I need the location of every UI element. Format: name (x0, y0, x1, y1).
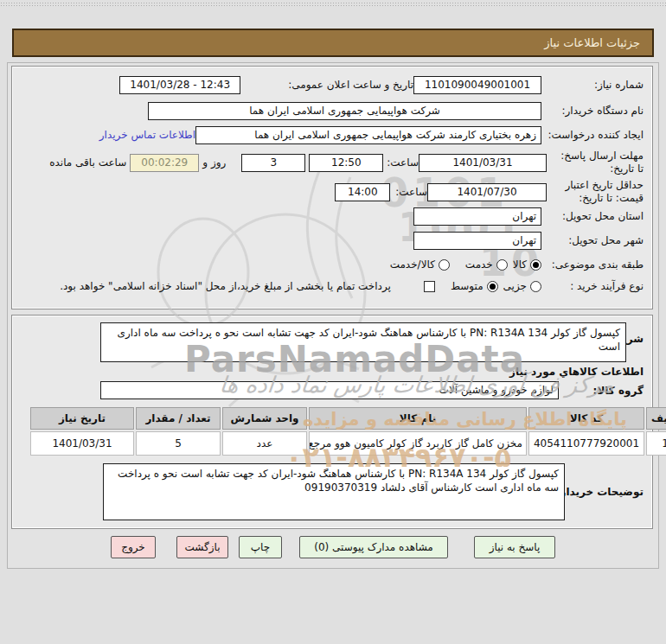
exit-button[interactable]: خروج (111, 536, 156, 558)
titlebar: جزئیات اطلاعات نیاز (12, 29, 654, 57)
col-quantity: تعداد / مقدار (136, 407, 221, 430)
need-number-row: شماره نیاز: 1101090049001001 تاریخ و ساع… (12, 75, 652, 94)
province-row: استان محل تحویل: تهران (12, 207, 652, 226)
col-row-index: ردیف (646, 407, 666, 430)
creator-label: ایجاد کننده درخواست: (541, 129, 644, 142)
cell-need-date: 1401/03/31 (30, 431, 134, 456)
subject-option-goods-service: کالا/خدمت (390, 258, 450, 271)
goods-info-heading: اطلاعات کالاهاي مورد نیاز (509, 366, 644, 378)
city-row: شهر محل تحویل: تهران (12, 231, 652, 250)
process-type-row: نوع فرآیند خرید : جزیی متوسط پرداخت تمام… (12, 277, 652, 296)
radio-goods-service[interactable] (439, 259, 450, 271)
deadline-time-field[interactable]: 12:50 (309, 154, 383, 172)
goods-table: ردیف کد کالا نام کالا واحد شمارش تعداد /… (29, 405, 666, 457)
print-button[interactable]: چاپ (239, 536, 282, 558)
remaining-countdown: 00:02:29 (130, 154, 199, 172)
subject-option-service: خدمت (465, 258, 508, 271)
treasury-checkbox[interactable] (424, 281, 435, 292)
announce-datetime-label: تاریخ و ساعت اعلان عمومی: (288, 79, 413, 91)
radio-service[interactable] (496, 259, 508, 271)
subject-class-label: طبقه بندی موضوعی: (541, 258, 644, 271)
buyer-contact-link[interactable]: اطلاعات تماس خریدار (99, 129, 195, 141)
deadline-date-field[interactable]: 1401/03/31 (419, 154, 547, 172)
top-dotted-strip (0, 2, 666, 7)
need-details-panel: شرح کلي نیاز: کپسول گاز کولر PN: R134A 1… (11, 315, 653, 529)
buyer-notes-label: توضیحات خریدار: (556, 486, 644, 498)
table-row: 1 4054110777920001 مخزن کامل گاز کاربرد … (30, 431, 666, 456)
treasury-note: پرداخت تمام یا بخشی از مبلغ خرید،از محل … (60, 280, 391, 292)
remaining-label: ساعت باقی مانده (49, 156, 126, 169)
page-title: جزئیات اطلاعات نیاز (544, 36, 640, 49)
action-buttons-row: پاسخ به نیاز مشاهده مدارک پیوستی (0) چاپ… (12, 534, 654, 560)
request-info-panel: شماره نیاز: 1101090049001001 تاریخ و ساع… (11, 66, 653, 309)
col-goods-code: کد کالا (528, 407, 644, 430)
back-button[interactable]: بازگشت (176, 536, 228, 558)
page: جزئیات اطلاعات نیاز 0101 1001 10 شماره ن… (0, 0, 666, 644)
subject-option-goods: کالا (513, 258, 541, 271)
cell-quantity: 5 (136, 431, 221, 456)
radio-medium[interactable] (487, 281, 498, 292)
city-label: شهر محل تحویل: (541, 234, 644, 247)
cell-goods-name: مخزن کامل گاز کاربرد گاز کولر کامیون هوو… (309, 431, 527, 456)
announce-datetime-field[interactable]: 1401/03/28 - 12:43 (119, 76, 240, 94)
radio-medium-label: متوسط (451, 280, 483, 292)
radio-service-label: خدمت (465, 258, 493, 271)
buyer-org-label: نام دستگاه خریدار: (541, 105, 644, 118)
creator-field[interactable]: زهره بختیاری کارمند شرکت هواپیمایی جمهور… (195, 126, 541, 144)
subject-class-row: طبقه بندی موضوعی: کالا خدمت کالا/خدمت (12, 255, 652, 274)
cell-unit: عدد (222, 431, 307, 456)
cell-row-index: 1 (646, 431, 666, 456)
validity-hour-label: ساعت: (395, 186, 427, 198)
buyer-notes-field[interactable]: کپسول گاز کولر PN: R134A 134 با کارشناس … (103, 463, 565, 520)
deadline-days-field[interactable]: 3 (241, 154, 305, 172)
col-need-date: تاریخ نیاز (30, 407, 134, 430)
radio-goods[interactable] (530, 259, 541, 271)
radio-goods-label: کالا (513, 258, 527, 271)
goods-group-label: گروه کالا: (593, 385, 644, 397)
process-type-label: نوع فرآیند خرید : (541, 280, 644, 293)
radio-minor-label: جزیی (503, 280, 527, 292)
creator-row: ایجاد کننده درخواست: زهره بختیاری کارمند… (12, 125, 652, 144)
city-field[interactable]: تهران (413, 232, 541, 250)
reply-deadline-label: مهلت ارسال پاسخ: تا تاریخ: (547, 150, 644, 175)
validity-date-field[interactable]: 1401/07/30 (427, 183, 547, 201)
deadline-hour-label: ساعت: (387, 156, 419, 169)
goods-table-header-row: ردیف کد کالا نام کالا واحد شمارش تعداد /… (30, 407, 666, 430)
col-unit: واحد شمارش (222, 407, 307, 430)
process-option-medium: متوسط (451, 280, 498, 292)
price-validity-label: حداقل تاریخ اعتبار قیمت: تا تاریخ: (547, 179, 644, 205)
province-field[interactable]: تهران (413, 207, 541, 226)
radio-goods-service-label: کالا/خدمت (390, 258, 435, 271)
general-desc-field[interactable]: کپسول گاز کولر PN: R134A 134 با کارشناس … (100, 322, 626, 362)
cell-goods-code: 4054110777920001 (528, 431, 644, 456)
process-option-minor: جزیی (503, 280, 541, 292)
province-label: استان محل تحویل: (541, 210, 644, 223)
days-and-label: روز و (202, 156, 226, 169)
buyer-org-row: نام دستگاه خریدار: شرکت هواپیمایی جمهوری… (12, 101, 652, 120)
need-number-label: شماره نیاز: (541, 79, 644, 92)
radio-minor[interactable] (530, 281, 541, 292)
goods-group-field[interactable]: لوازم خودرو و ماشین آلات (100, 381, 559, 399)
view-attachments-button[interactable]: مشاهده مدارک پیوستی (0) (299, 536, 448, 558)
reply-to-need-button[interactable]: پاسخ به نیاز (474, 536, 555, 558)
reply-deadline-row: مهلت ارسال پاسخ: تا تاریخ: 1401/03/31 سا… (12, 148, 652, 177)
col-goods-name: نام کالا (309, 407, 527, 430)
buyer-org-field[interactable]: شرکت هواپیمایی جمهوری اسلامی ایران هما (148, 102, 541, 120)
validity-time-field[interactable]: 14:00 (335, 183, 390, 201)
need-number-field[interactable]: 1101090049001001 (413, 76, 541, 94)
price-validity-row: حداقل تاریخ اعتبار قیمت: تا تاریخ: 1401/… (12, 177, 652, 207)
